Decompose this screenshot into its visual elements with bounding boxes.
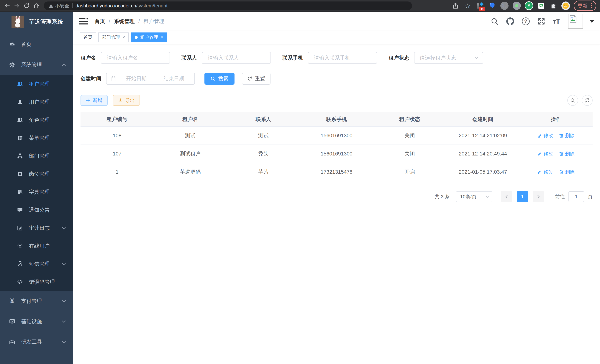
github-icon[interactable] — [506, 18, 514, 25]
logo-row[interactable]: 芋道管理系统 — [0, 12, 73, 32]
sidebar-collapse-icon[interactable] — [79, 18, 88, 25]
filter-create-time: 创建时间 开始日期 - 结束日期 — [81, 73, 195, 84]
extension-chat-icon[interactable] — [537, 1, 545, 10]
search-icon — [210, 76, 216, 81]
table-toolbar: 新增 导出 — [81, 95, 593, 106]
sidebar-item-infra[interactable]: 基础设施 — [0, 311, 73, 332]
sidebar-item-sms[interactable]: 短信管理 — [0, 255, 73, 273]
security-warning-icon[interactable] — [49, 3, 55, 8]
delete-link[interactable]: 删除 — [559, 151, 575, 157]
extension-command-icon[interactable]: ⌘ — [500, 1, 509, 10]
extension-balloon-icon[interactable] — [488, 1, 497, 10]
current-page-button[interactable]: 1 — [517, 191, 528, 202]
sidebar-item-error-code[interactable]: 错误码管理 — [0, 273, 73, 291]
add-button[interactable]: 新增 — [81, 95, 108, 106]
row-actions: 修改 删除 — [519, 169, 593, 175]
sidebar-item-label: 研发工具 — [21, 338, 42, 345]
edit-link[interactable]: 修改 — [537, 151, 553, 157]
share-icon[interactable] — [451, 1, 460, 10]
tab-tenant[interactable]: 租户管理 × — [131, 32, 167, 42]
next-page-button[interactable] — [533, 191, 544, 202]
avatar-dropdown-caret-icon[interactable] — [590, 20, 594, 23]
sidebar-item-home[interactable]: 首页 — [0, 34, 73, 55]
url-path[interactable]: /system/tenant — [136, 3, 168, 9]
goto-page-input[interactable] — [568, 191, 584, 202]
extension-record-icon[interactable] — [512, 1, 521, 10]
search-button[interactable]: 搜索 — [205, 73, 234, 84]
delete-link[interactable]: 删除 — [559, 132, 575, 139]
browser-update-button[interactable]: 更新 — [574, 0, 596, 11]
end-date-placeholder[interactable]: 结束日期 — [158, 75, 190, 82]
sidebar-item-label: 系统管理 — [21, 61, 42, 68]
extension-tabs-icon[interactable]: 10 — [476, 1, 484, 10]
contact-input[interactable] — [202, 52, 271, 64]
sidebar-item-system[interactable]: 系统管理 — [0, 55, 73, 75]
breadcrumb-home[interactable]: 首页 — [95, 18, 105, 25]
page-size-select[interactable]: 10条/页 — [456, 191, 492, 202]
browser-home-icon[interactable] — [32, 1, 40, 10]
help-icon[interactable]: ? — [522, 18, 530, 25]
sidebar-item-notice[interactable]: 通知公告 — [0, 201, 73, 219]
add-button-label: 新增 — [93, 97, 103, 104]
tenant-name-input[interactable] — [101, 52, 170, 64]
sidebar-item-user[interactable]: 用户管理 — [0, 93, 73, 111]
user-avatar[interactable] — [568, 14, 583, 29]
gear-icon — [9, 62, 16, 68]
sidebar-item-menu-mgmt[interactable]: 菜单管理 — [0, 129, 73, 147]
delete-link[interactable]: 删除 — [559, 169, 575, 175]
table-row: 107 测试租户 秃头 15601691300 关闭 2021-12-14 20… — [81, 145, 593, 163]
code-icon — [16, 279, 23, 285]
chevron-down-icon — [62, 261, 66, 265]
export-button[interactable]: 导出 — [113, 95, 140, 106]
sidebar-item-role[interactable]: 角色管理 — [0, 111, 73, 129]
sidebar-item-dict[interactable]: 字典管理 — [0, 183, 73, 201]
col-contact: 联系人 — [227, 112, 300, 127]
header-search-icon[interactable] — [491, 18, 498, 25]
sidebar-item-dev-tools[interactable]: 研发工具 — [0, 332, 73, 352]
browser-forward-icon[interactable] — [13, 1, 21, 10]
tab-dept[interactable]: 部门管理 × — [98, 32, 129, 42]
status-select[interactable]: 请选择租户状态 — [414, 52, 483, 64]
tenant-table: 租户编号 租户名 联系人 联系手机 租户状态 创建时间 操作 108 测试 测试 — [81, 112, 593, 181]
tab-home[interactable]: 首页 — [80, 32, 96, 42]
fullscreen-icon[interactable] — [537, 18, 545, 25]
sidebar-item-dept[interactable]: 部门管理 — [0, 147, 73, 165]
chevron-down-icon — [62, 298, 66, 302]
start-date-placeholder[interactable]: 开始日期 — [120, 75, 153, 82]
date-range-picker[interactable]: 开始日期 - 结束日期 — [106, 73, 195, 84]
reset-button[interactable]: 重置 — [242, 73, 271, 84]
close-icon[interactable]: × — [122, 35, 125, 39]
edit-pencil-icon — [537, 151, 542, 156]
update-label: 更新 — [578, 2, 588, 9]
browser-reload-icon[interactable] — [22, 1, 31, 10]
security-label[interactable]: 不安全 — [55, 3, 69, 9]
address-bar[interactable]: 不安全 dashboard.yudao.iocoder.cn/system/te… — [44, 1, 412, 10]
refresh-table-button[interactable] — [582, 95, 593, 106]
browser-back-icon[interactable] — [3, 1, 11, 10]
sidebar-item-payment[interactable]: ¥ 支付管理 — [0, 291, 73, 311]
font-size-icon[interactable]: TT — [553, 18, 560, 25]
breadcrumb-system[interactable]: 系统管理 — [114, 18, 135, 25]
table-row: 108 测试 测试 15601691300 关闭 2021-12-14 21:0… — [81, 127, 593, 145]
sidebar-item-post[interactable]: 岗位管理 — [0, 165, 73, 183]
org-tree-icon — [16, 153, 23, 159]
browser-menu-icon — [591, 3, 592, 9]
dictionary-book-icon — [16, 189, 23, 195]
mobile-input[interactable] — [308, 52, 377, 64]
close-icon[interactable]: × — [161, 35, 163, 39]
edit-link[interactable]: 修改 — [537, 132, 553, 139]
bookmark-star-icon[interactable]: ☆ — [463, 1, 472, 10]
extensions-puzzle-icon[interactable] — [549, 1, 558, 10]
prev-page-button[interactable] — [501, 191, 512, 202]
sidebar-item-audit-log[interactable]: 审计日志 — [0, 219, 73, 237]
sidebar-item-tenant[interactable]: 租户管理 — [0, 75, 73, 93]
extension-y-icon[interactable]: Y — [525, 1, 533, 10]
profile-avatar-icon[interactable] — [562, 1, 570, 10]
toolbox-icon — [9, 339, 16, 345]
sidebar-item-online-users[interactable]: 在线用户 — [0, 237, 73, 255]
table-row: 1 芋道源码 芋艿 17321315478 开启 2021-01-05 17:0… — [81, 163, 593, 181]
show-search-toggle-button[interactable] — [567, 95, 578, 106]
edit-link[interactable]: 修改 — [537, 169, 553, 175]
download-icon — [118, 98, 123, 103]
url-host[interactable]: dashboard.yudao.iocoder.cn — [75, 3, 136, 9]
